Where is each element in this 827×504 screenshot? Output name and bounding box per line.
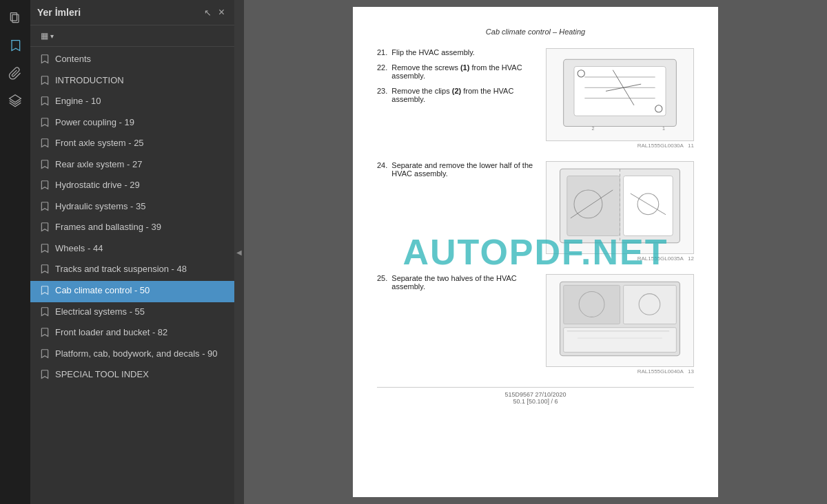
footer-code: 515D9567 27/10/2020 bbox=[377, 391, 694, 398]
bookmark-icon bbox=[40, 54, 50, 67]
svg-rect-24 bbox=[624, 285, 677, 324]
sidebar-close-button[interactable]: × bbox=[216, 6, 227, 19]
svg-rect-0 bbox=[10, 13, 17, 21]
bookmark-icon bbox=[40, 138, 50, 151]
bookmark-label: INTRODUCTION bbox=[55, 74, 227, 87]
svg-rect-23 bbox=[564, 285, 620, 324]
attachments-toolbar-btn[interactable] bbox=[3, 61, 28, 85]
bookmark-icon bbox=[40, 180, 50, 193]
diagram-box-2 bbox=[546, 161, 694, 254]
bookmark-label: SPECIAL TOOL INDEX bbox=[55, 368, 227, 381]
left-toolbar bbox=[0, 0, 30, 504]
page-footer: 515D9567 27/10/2020 50.1 [50.100] / 6 bbox=[377, 387, 694, 405]
svg-rect-1 bbox=[12, 14, 19, 23]
sidebar-toolbar: ▦ ▾ bbox=[30, 25, 234, 47]
bookmark-item-8[interactable]: Frames and ballasting - 39 bbox=[30, 218, 234, 239]
svg-rect-4 bbox=[574, 67, 666, 116]
bookmark-item-15[interactable]: SPECIAL TOOL INDEX bbox=[30, 365, 234, 386]
bookmark-label: Frames and ballasting - 39 bbox=[55, 221, 227, 233]
bookmark-label: Hydrostatic drive - 29 bbox=[55, 179, 227, 191]
bookmark-icon bbox=[40, 307, 50, 320]
bookmark-item-14[interactable]: Platform, cab, bodywork, and decals - 90 bbox=[30, 344, 234, 366]
bookmark-item-0[interactable]: Contents bbox=[30, 50, 234, 71]
svg-rect-25 bbox=[564, 328, 677, 353]
diagram-box-1: 1 2 bbox=[546, 48, 694, 141]
bookmark-item-1[interactable]: INTRODUCTION bbox=[30, 71, 234, 92]
instructions-col-3: 25. Separate the two halves of the HVAC … bbox=[377, 274, 535, 375]
diagram-col-3: RAL1555GL0040A 13 bbox=[546, 274, 694, 375]
sidebar-header-right: ↖ × bbox=[204, 6, 227, 19]
instructions-col-1: 21. Flip the HVAC assembly. 22. Remove t… bbox=[377, 48, 535, 149]
bookmark-label: Front loader and bucket - 82 bbox=[55, 326, 227, 339]
instr-num-25: 25. bbox=[377, 274, 387, 291]
instruction-23: 23. Remove the clips (2) from the HVAC a… bbox=[377, 87, 535, 103]
bookmark-item-13[interactable]: Front loader and bucket - 82 bbox=[30, 323, 234, 344]
instr-text-25: Separate the two halves of the HVAC asse… bbox=[391, 274, 535, 291]
bookmarks-toolbar-btn[interactable] bbox=[3, 33, 28, 58]
diagram-ref-3: RAL1555GL0040A 13 bbox=[546, 368, 694, 375]
grid-icon: ▦ bbox=[41, 31, 48, 41]
bookmark-label: Hydraulic systems - 35 bbox=[55, 200, 227, 213]
instr-text-21: Flip the HVAC assembly. bbox=[391, 48, 475, 56]
bookmark-item-5[interactable]: Rear axle system - 27 bbox=[30, 155, 234, 176]
svg-marker-2 bbox=[10, 95, 21, 103]
bookmark-item-2[interactable]: Engine - 10 bbox=[30, 92, 234, 113]
bookmark-icon bbox=[40, 264, 50, 277]
bookmark-label: Platform, cab, bodywork, and decals - 90 bbox=[55, 348, 227, 360]
sidebar-collapse-handle[interactable]: ◀ bbox=[234, 0, 244, 504]
bookmark-label: Front axle system - 25 bbox=[55, 137, 227, 149]
instr-num-22: 22. bbox=[377, 63, 387, 80]
collapse-arrow: ◀ bbox=[236, 249, 242, 256]
instruction-21: 21. Flip the HVAC assembly. bbox=[377, 48, 535, 56]
bookmark-label: Wheels - 44 bbox=[55, 242, 227, 255]
diagram-col-1: 1 2 RAL1555GL0030A 11 bbox=[546, 48, 694, 149]
bookmark-label: Tracks and track suspension - 48 bbox=[55, 263, 227, 275]
instr-text-23: Remove the clips (2) from the HVAC assem… bbox=[391, 87, 535, 103]
bookmark-item-10[interactable]: Tracks and track suspension - 48 bbox=[30, 260, 234, 281]
pages-toolbar-btn[interactable] bbox=[3, 6, 28, 30]
bookmark-icon bbox=[40, 349, 50, 362]
bookmark-item-9[interactable]: Wheels - 44 bbox=[30, 239, 234, 260]
bookmark-icon bbox=[40, 118, 50, 131]
cursor-icon: ↖ bbox=[204, 8, 212, 18]
bookmark-label: Power coupling - 19 bbox=[55, 116, 227, 129]
instruction-25: 25. Separate the two halves of the HVAC … bbox=[377, 274, 535, 291]
diagram-ref-1: RAL1555GL0030A 11 bbox=[546, 143, 694, 149]
bookmark-label: Engine - 10 bbox=[55, 95, 227, 107]
diagram-col-2: RAL1555GL0035A 12 bbox=[546, 161, 694, 262]
bookmark-item-12[interactable]: Electrical systems - 55 bbox=[30, 302, 234, 324]
diagram-box-3 bbox=[546, 274, 694, 367]
bookmarks-list: ContentsINTRODUCTIONEngine - 10Power cou… bbox=[30, 47, 234, 504]
bookmark-item-4[interactable]: Front axle system - 25 bbox=[30, 134, 234, 155]
bookmark-item-11[interactable]: Cab climate control - 50 bbox=[30, 281, 234, 302]
sidebar-title: Yer İmleri bbox=[37, 7, 81, 18]
sidebar-header: Yer İmleri ↖ × bbox=[30, 0, 234, 25]
diagram-ref-2: RAL1555GL0035A 12 bbox=[546, 255, 694, 262]
diagram-block-2: 24. Separate and remove the lower half o… bbox=[377, 161, 694, 262]
bookmark-label: Cab climate control - 50 bbox=[55, 284, 227, 297]
instr-num-23: 23. bbox=[377, 87, 387, 103]
svg-rect-15 bbox=[567, 176, 620, 235]
instr-text-22: Remove the screws (1) from the HVAC asse… bbox=[391, 63, 535, 80]
bookmark-item-7[interactable]: Hydraulic systems - 35 bbox=[30, 197, 234, 218]
bookmark-item-6[interactable]: Hydrostatic drive - 29 bbox=[30, 176, 234, 197]
bookmark-icon bbox=[40, 244, 50, 257]
bookmark-icon bbox=[40, 286, 50, 299]
bookmark-icon bbox=[40, 222, 50, 235]
svg-text:1: 1 bbox=[662, 126, 665, 132]
bookmark-item-3[interactable]: Power coupling - 19 bbox=[30, 113, 234, 134]
instr-text-24: Separate and remove the lower half of th… bbox=[391, 161, 535, 178]
svg-text:2: 2 bbox=[592, 126, 595, 132]
bookmark-icon bbox=[40, 202, 50, 215]
sidebar-view-toggle[interactable]: ▦ ▾ bbox=[37, 30, 57, 42]
instr-num-24: 24. bbox=[377, 161, 387, 178]
bookmark-icon bbox=[40, 370, 50, 383]
bookmark-label: Electrical systems - 55 bbox=[55, 306, 227, 318]
layers-toolbar-btn[interactable] bbox=[3, 88, 28, 113]
instruction-22: 22. Remove the screws (1) from the HVAC … bbox=[377, 63, 535, 80]
diagram-block-1: 21. Flip the HVAC assembly. 22. Remove t… bbox=[377, 48, 694, 149]
page-title: Cab climate control – Heating bbox=[377, 28, 694, 36]
main-content: Cab climate control – Heating 21. Flip t… bbox=[244, 0, 827, 504]
pdf-page: Cab climate control – Heating 21. Flip t… bbox=[353, 7, 718, 497]
sidebar-panel: Yer İmleri ↖ × ▦ ▾ ContentsINTRODUCTIONE… bbox=[30, 0, 234, 504]
